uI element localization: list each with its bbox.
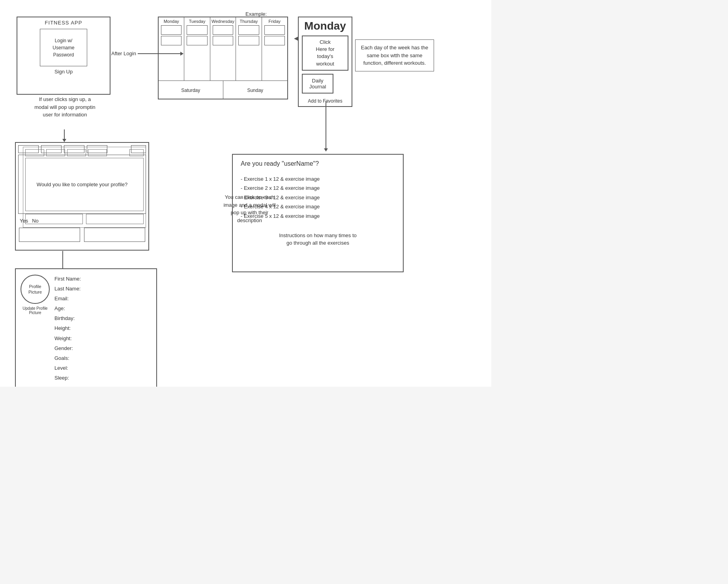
modal-tabs [16, 143, 148, 153]
yes-label[interactable]: Yes [20, 218, 28, 224]
field-weight: Weight: [54, 334, 81, 343]
exercise-item-4: - Exercise 4 x 12 & exercise image [241, 202, 395, 211]
modal-tab-2[interactable] [41, 145, 62, 153]
journal-row: DailyJournal [302, 74, 348, 97]
sunday-col: Sunday [223, 81, 288, 99]
monday-example-box: Monday ClickHere fortoday'sworkout Daily… [298, 17, 352, 107]
day-col-friday: Friday [262, 17, 287, 80]
field-gender: Gender: [54, 344, 81, 353]
explanation-text: Each day of the week has the same box wt… [361, 45, 429, 66]
day-box-fri-1[interactable] [264, 25, 285, 35]
profile-modal-box: Would you like to complete your profile?… [15, 142, 149, 251]
day-box-mon-1[interactable] [161, 25, 182, 35]
modal-content-area: Would you like to complete your profile? [18, 155, 146, 214]
modal-bottom-box-2[interactable] [84, 228, 145, 242]
exercise-item-1: - Exercise 1 x 12 & exercise image [241, 174, 395, 183]
workout-button-text: ClickHere fortoday'sworkout [316, 39, 335, 67]
field-level: Level: [54, 364, 81, 372]
monday-left-arrow [294, 36, 299, 41]
fitness-app-box: FITNESS APP Login w/UsernamePassword Sig… [17, 17, 110, 95]
sunday-label: Sunday [247, 88, 263, 93]
profile-fields: First Name: Last Name: Email: Age: Birth… [54, 275, 81, 382]
profile-section: ProfilePicture Update Profile Picture Fi… [15, 268, 157, 387]
exercise-item-3: - Exercise 3 x 12 & exercise image [241, 193, 395, 202]
example-label: Example: [245, 11, 267, 17]
modal-to-profile-line [62, 251, 63, 268]
day-label-tuesday: Tuesday [185, 19, 209, 24]
day-box-wed-2[interactable] [213, 36, 233, 45]
exercise-item-5: - Exercise 5 x 12 & exercise image [241, 212, 395, 221]
signup-note: If user clicks sign up, a modal will pop… [32, 95, 97, 119]
exercise-list: - Exercise 1 x 12 & exercise image - Exe… [241, 174, 395, 221]
modal-bottom-row [16, 226, 148, 243]
calendar-days-row: Monday Tuesday Wednesday Thursday [159, 17, 287, 80]
instructions-text: Instructions on how many times togo thro… [241, 232, 395, 247]
field-lastname: Last Name: [54, 285, 81, 293]
arrow-shaft-2 [326, 101, 326, 148]
profile-picture-label: ProfilePicture [28, 284, 42, 295]
field-firstname: First Name: [54, 275, 81, 283]
day-box-tue-2[interactable] [187, 36, 207, 45]
day-box-thu-2[interactable] [238, 36, 259, 45]
modal-tab-3[interactable] [64, 145, 84, 153]
login-box: Login w/UsernamePassword [40, 29, 87, 66]
explanation-box: Each day of the week has the same box wt… [355, 39, 434, 71]
login-text: Login w/UsernamePassword [52, 37, 74, 58]
diagram-container: FITNESS APP Login w/UsernamePassword Sig… [0, 0, 491, 387]
calendar-bottom-row: Saturday Sunday [159, 80, 287, 99]
workout-detail-box: Are you ready "userName"? - Exercise 1 x… [232, 154, 404, 272]
arrow-head-down-2 [324, 148, 328, 152]
day-box-wed-1[interactable] [213, 25, 233, 35]
update-picture-text[interactable]: Update Profile Picture [21, 306, 50, 315]
field-goals: Goals: [54, 354, 81, 363]
day-box-fri-2[interactable] [264, 36, 285, 45]
instructions-content: Instructions on how many times togo thro… [279, 232, 357, 246]
modal-tab-4[interactable] [87, 145, 107, 153]
modal-tab-1[interactable] [18, 145, 39, 153]
day-col-wednesday: Wednesday [210, 17, 236, 80]
journal-button-text: DailyJournal [309, 78, 326, 90]
day-col-tuesday: Tuesday [184, 17, 210, 80]
arrow-head-down [62, 139, 66, 142]
down-arrow-to-modal [62, 129, 66, 142]
saturday-col: Saturday [159, 81, 223, 99]
field-height: Height: [54, 324, 81, 333]
day-label-thursday: Thursday [237, 19, 260, 24]
no-label[interactable]: No [32, 218, 39, 224]
workout-button[interactable]: ClickHere fortoday'sworkout [302, 36, 348, 71]
journal-button[interactable]: DailyJournal [302, 74, 333, 94]
exercise-item-2: - Exercise 2 x 12 & exercise image [241, 183, 395, 193]
field-sleep: Sleep: [54, 374, 81, 382]
signup-note-text: If user clicks sign up, a modal will pop… [34, 96, 95, 118]
monday-to-workout-arrow [324, 101, 328, 152]
modal-bottom-box-1[interactable] [19, 228, 80, 242]
day-label-friday: Friday [263, 19, 286, 24]
modal-yesno-row: Yes No [16, 215, 148, 226]
day-box-thu-1[interactable] [238, 25, 259, 35]
field-email: Email: [54, 294, 81, 303]
monday-title: Monday [302, 20, 348, 32]
workout-ready-title: Are you ready "userName"? [241, 160, 395, 167]
calendar-main-box: Monday Tuesday Wednesday Thursday [158, 17, 288, 99]
day-label-wednesday: Wednesday [211, 19, 235, 24]
after-login-label: After Login [111, 51, 136, 56]
day-label-monday: Monday [159, 19, 183, 24]
field-age: Age: [54, 304, 81, 313]
profile-question-text: Would you like to complete your profile? [37, 182, 127, 187]
day-box-tue-1[interactable] [187, 25, 207, 35]
fitness-app-title: FITNESS APP [17, 17, 110, 27]
modal-tab-5[interactable] [131, 145, 146, 153]
arrow-shaft [64, 129, 65, 139]
day-box-mon-2[interactable] [161, 36, 182, 45]
field-birthday: Birthday: [54, 314, 81, 323]
signup-label[interactable]: Sign Up [17, 69, 110, 75]
saturday-label: Saturday [181, 88, 200, 93]
day-col-thursday: Thursday [236, 17, 262, 80]
profile-picture-circle: ProfilePicture [21, 275, 50, 304]
day-col-monday: Monday [159, 17, 184, 80]
profile-left: ProfilePicture Update Profile Picture [21, 275, 50, 382]
